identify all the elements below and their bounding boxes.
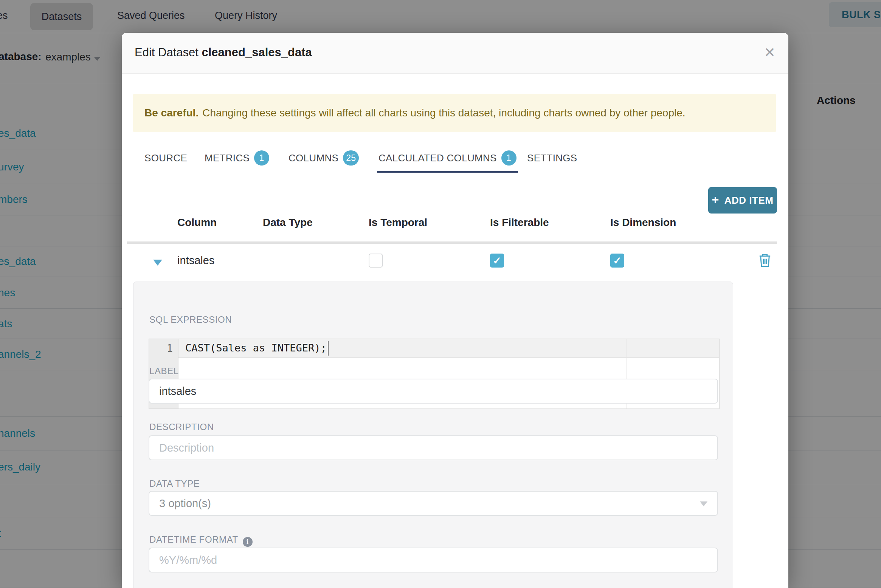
- grid-header-is-filterable: Is Filterable: [490, 217, 549, 229]
- warning-banner: Be careful. Changing these settings will…: [133, 94, 776, 132]
- screen: es Datasets Saved Queries Query History …: [0, 0, 881, 588]
- tab-label: COLUMNS: [288, 152, 338, 164]
- grid-header-divider: [127, 241, 777, 244]
- modal-tab-source[interactable]: SOURCE: [144, 150, 187, 166]
- tab-label: METRICS: [205, 152, 250, 164]
- data-type-label: DATA TYPE: [149, 478, 200, 489]
- datetime-format-label: DATETIME FORMATi: [149, 534, 253, 547]
- tab-count-badge: 1: [254, 150, 269, 166]
- select-caret-icon: [700, 501, 707, 506]
- collapse-caret-icon[interactable]: [153, 260, 162, 266]
- grid-header-data-type: Data Type: [263, 217, 313, 229]
- editor-line-number: 1: [167, 342, 173, 354]
- is-temporal-checkbox[interactable]: [369, 254, 383, 268]
- add-item-button[interactable]: + ADD ITEM: [708, 187, 777, 214]
- datetime-format-input[interactable]: [149, 548, 718, 573]
- is-filterable-checkbox[interactable]: ✓: [490, 254, 504, 268]
- sql-expression-code[interactable]: CAST(Sales as INTEGER);: [185, 342, 327, 354]
- tab-count-badge: 1: [501, 150, 517, 166]
- grid-header-column: Column: [177, 217, 217, 229]
- calculated-column-row: intsales ✓ ✓: [122, 244, 788, 281]
- modal-header: Edit Dataset cleaned_sales_data ✕: [122, 33, 788, 74]
- modal-tab-calculated-columns[interactable]: CALCULATED COLUMNS1: [378, 150, 517, 166]
- column-detail-panel: SQL EXPRESSION 1 CAST(Sales as INTEGER);…: [133, 282, 733, 588]
- tab-label: CALCULATED COLUMNS: [378, 152, 497, 164]
- description-field-label: DESCRIPTION: [149, 422, 214, 432]
- modal-tabs: SOURCEMETRICS1COLUMNS25CALCULATED COLUMN…: [133, 144, 777, 173]
- delete-trash-icon[interactable]: [758, 253, 771, 268]
- edit-dataset-modal: Edit Dataset cleaned_sales_data ✕ Be car…: [122, 33, 788, 588]
- modal-tab-settings[interactable]: SETTINGS: [527, 150, 577, 166]
- editor-cursor: [328, 341, 329, 356]
- modal-title-prefix: Edit Dataset: [135, 46, 199, 59]
- tab-label: SOURCE: [144, 152, 187, 164]
- info-icon[interactable]: i: [243, 537, 253, 547]
- data-type-value: 3 option(s): [159, 497, 211, 510]
- description-input[interactable]: [149, 435, 718, 460]
- grid-header-is-dimension: Is Dimension: [610, 217, 676, 229]
- warning-bold-text: Be careful.: [144, 107, 199, 119]
- modal-title-dataset-name: cleaned_sales_data: [202, 46, 312, 59]
- grid-header-is-temporal: Is Temporal: [369, 217, 427, 229]
- label-field-label: LABEL: [149, 366, 179, 376]
- plus-icon: +: [712, 193, 719, 207]
- label-input[interactable]: [149, 379, 718, 404]
- modal-title: Edit Dataset cleaned_sales_data: [135, 46, 312, 59]
- tab-label: SETTINGS: [527, 152, 577, 164]
- sql-expression-label: SQL EXPRESSION: [149, 314, 232, 325]
- datetime-format-label-text: DATETIME FORMAT: [149, 534, 238, 545]
- tab-count-badge: 25: [343, 150, 359, 166]
- warning-text: Changing these settings will affect all …: [202, 107, 685, 119]
- add-item-label: ADD ITEM: [724, 195, 774, 206]
- columns-grid-header: ColumnData TypeIs TemporalIs FilterableI…: [122, 217, 788, 238]
- is-dimension-checkbox[interactable]: ✓: [610, 254, 624, 268]
- column-name: intsales: [177, 254, 214, 267]
- modal-tab-columns[interactable]: COLUMNS25: [288, 150, 359, 166]
- modal-tab-metrics[interactable]: METRICS1: [205, 150, 269, 166]
- data-type-select[interactable]: 3 option(s): [149, 491, 718, 516]
- close-icon[interactable]: ✕: [764, 45, 776, 60]
